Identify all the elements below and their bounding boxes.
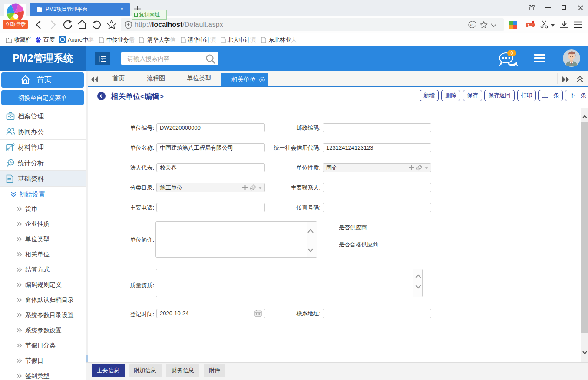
svg-text:e: e (470, 21, 473, 28)
svg-text:0101: 0101 (8, 179, 11, 180)
